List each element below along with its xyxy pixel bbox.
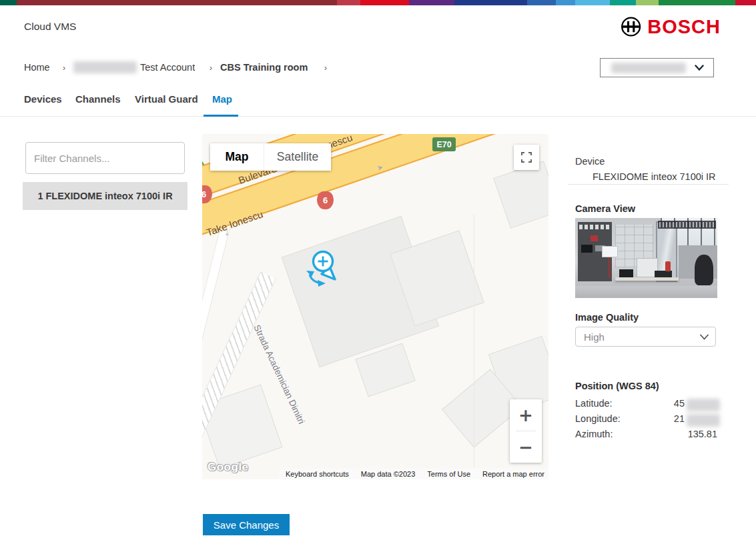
camera-timestamp-overlay: [658, 221, 716, 229]
tab-channels[interactable]: Channels: [75, 93, 121, 105]
latitude-label: Latitude:: [575, 398, 613, 409]
one-way-arrow-icon: ↓: [224, 226, 230, 238]
cloud-vms-page: Cloud VMS BOSCH Home › Test Account › CB…: [0, 0, 756, 546]
camera-scene-fire-extinguisher: [665, 261, 670, 272]
breadcrumb-account[interactable]: Test Account: [140, 62, 195, 73]
route-shield-6: 6: [317, 191, 334, 209]
route-badge-e70: E70: [432, 137, 456, 151]
bosch-wordmark: BOSCH: [647, 16, 721, 38]
position-heading: Position (WGS 84): [575, 381, 659, 391]
google-map[interactable]: Bulevard onescu Take Ionescu Strada Acad…: [202, 134, 548, 479]
longitude-label: Longitude:: [575, 413, 621, 424]
redacted-longitude-decimals: [687, 414, 720, 427]
map-type-satellite-button[interactable]: Satellite: [264, 143, 331, 171]
camera-view-label: Camera View: [575, 203, 635, 214]
breadcrumb-separator: ›: [63, 63, 65, 73]
camera-scene-gauges: [579, 225, 611, 229]
camera-scene-floor: [575, 286, 717, 298]
google-logo[interactable]: Google: [208, 461, 249, 474]
zoom-in-button[interactable]: +: [510, 399, 542, 431]
save-changes-button[interactable]: Save Changes: [203, 514, 290, 535]
zoom-control: + −: [510, 399, 542, 463]
camera-scene-office-chair: [695, 255, 713, 285]
breadcrumb-separator: ›: [210, 63, 212, 73]
camera-view-image: [575, 218, 717, 298]
camera-scene-desk: [615, 277, 679, 281]
camera-scene-device: [619, 269, 633, 277]
device-name: FLEXIDOME inteox 7100i IR: [593, 171, 716, 182]
map-data-copyright: Map data ©2023: [361, 470, 416, 478]
fullscreen-button[interactable]: [514, 145, 539, 170]
camera-timestamp-text-blur: [659, 222, 715, 227]
map-type-map-button[interactable]: Map: [210, 143, 264, 171]
breadcrumb-separator: ›: [324, 63, 327, 73]
redacted-account-prefix: [73, 61, 137, 73]
chevron-down-icon: [695, 65, 704, 71]
camera-scene-screen: [581, 245, 593, 253]
filter-channels-input[interactable]: [25, 142, 185, 174]
camera-scene-camera-mount: [608, 257, 611, 278]
tabs-divider: [0, 116, 756, 117]
fullscreen-icon: [521, 152, 532, 163]
image-quality-value: High: [584, 331, 605, 343]
active-tab-underline: [204, 115, 238, 117]
image-quality-select[interactable]: High: [575, 327, 716, 347]
app-title: Cloud VMS: [24, 21, 76, 33]
longitude-value: 21: [641, 413, 685, 424]
redacted-selector-value: [611, 63, 686, 73]
camera-scene-red-panel: [591, 235, 598, 241]
tab-virtual-guard[interactable]: Virtual Guard: [135, 93, 198, 105]
map-type-control: Map Satellite: [210, 143, 331, 171]
redacted-latitude-decimals: [687, 399, 720, 411]
zoom-out-button[interactable]: −: [510, 431, 542, 463]
breadcrumb-home[interactable]: Home: [24, 62, 50, 73]
channel-list-item-selected[interactable]: 1 FLEXIDOME inteox 7100i IR: [23, 182, 187, 210]
account-selector-dropdown[interactable]: [600, 58, 714, 77]
latitude-value: 45: [641, 398, 685, 409]
divider: [568, 184, 729, 185]
image-quality-label: Image Quality: [575, 312, 639, 323]
report-map-error-link[interactable]: Report a map error: [482, 470, 544, 478]
bosch-logo: BOSCH: [621, 13, 721, 40]
camera-scene-device: [655, 271, 672, 277]
terms-of-use-link[interactable]: Terms of Use: [427, 470, 470, 478]
map-attribution-bar: Keyboard shortcuts Map data ©2023 Terms …: [279, 469, 548, 479]
breadcrumb-site[interactable]: CBS Training room: [220, 62, 308, 73]
device-label: Device: [575, 156, 605, 167]
tab-map[interactable]: Map: [212, 93, 232, 105]
keyboard-shortcuts-link[interactable]: Keyboard shortcuts: [286, 470, 349, 478]
map-building: [493, 161, 548, 229]
azimuth-value: 135.81: [641, 429, 717, 439]
chevron-down-icon: [700, 334, 709, 340]
camera-scene-camera-device: [602, 246, 617, 257]
map-hairline: [474, 214, 474, 467]
bosch-supergraphic-stripe: [0, 0, 756, 5]
azimuth-label: Azimuth:: [575, 429, 613, 439]
camera-position-marker[interactable]: [301, 246, 345, 290]
bosch-armature-icon: [621, 14, 641, 39]
tab-devices[interactable]: Devices: [24, 93, 62, 105]
